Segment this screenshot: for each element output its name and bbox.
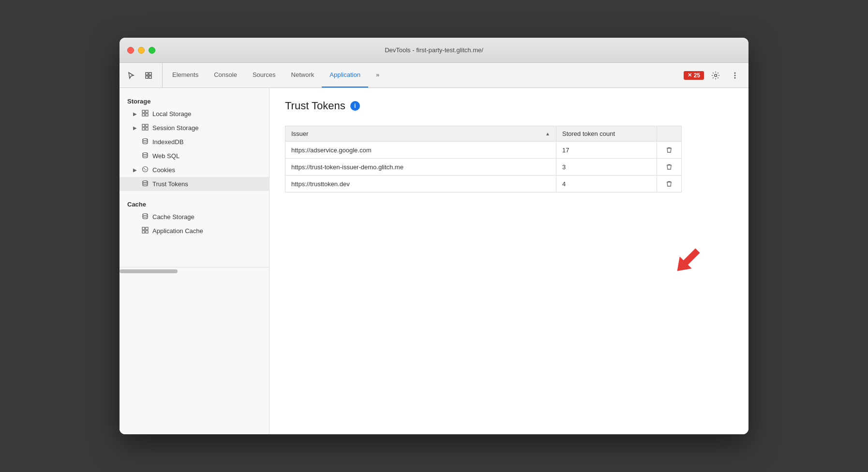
svg-rect-0 [146, 73, 148, 75]
cache-storage-label: Cache Storage [152, 213, 195, 221]
db-icon [142, 138, 149, 146]
col-issuer[interactable]: Issuer ▲ [285, 126, 556, 142]
divider [120, 191, 269, 197]
svg-point-20 [146, 169, 147, 170]
traffic-lights [127, 47, 155, 54]
session-storage-label: Session Storage [152, 124, 198, 132]
table-row: https://adservice.google.com 17 [285, 142, 682, 159]
info-icon[interactable]: i [350, 101, 360, 111]
sort-arrow-icon: ▲ [545, 131, 550, 136]
tabs-right: ✕ 25 [684, 63, 748, 88]
tab-network[interactable]: Network [284, 63, 322, 88]
svg-point-21 [144, 170, 145, 170]
trust-tokens-table: Issuer ▲ Stored token count [285, 126, 682, 192]
grid-icon [142, 124, 149, 132]
delete-cell [657, 176, 682, 192]
svg-point-16 [143, 139, 148, 141]
error-badge[interactable]: ✕ 25 [684, 71, 704, 80]
sidebar-item-local-storage[interactable]: ▶ Local Storage [120, 107, 269, 121]
cookie-icon [142, 166, 149, 174]
svg-rect-1 [149, 73, 151, 75]
delete-button[interactable] [663, 179, 675, 188]
svg-rect-25 [146, 227, 148, 230]
svg-point-4 [715, 74, 717, 76]
svg-rect-13 [146, 124, 148, 127]
svg-rect-11 [146, 114, 148, 116]
tabs-bar: Elements Console Sources Network Applica… [120, 63, 748, 88]
red-arrow-annotation [670, 242, 704, 276]
more-options-icon[interactable] [727, 68, 743, 83]
title-bar: DevTools - first-party-test.glitch.me/ [120, 38, 748, 63]
svg-point-19 [144, 168, 145, 169]
col-token-count[interactable]: Stored token count [556, 126, 657, 142]
tab-more[interactable]: » [368, 63, 387, 88]
db-icon [142, 180, 149, 188]
window-title: DevTools - first-party-test.glitch.me/ [385, 46, 483, 54]
count-cell: 4 [556, 176, 657, 192]
svg-point-23 [143, 214, 148, 216]
minimize-button[interactable] [138, 47, 145, 54]
svg-rect-26 [142, 231, 145, 233]
svg-point-6 [734, 74, 736, 76]
tab-application[interactable]: Application [322, 63, 368, 88]
sidebar: Storage ▶ Local Storage ▶ Session Storag… [120, 88, 269, 434]
svg-rect-24 [142, 227, 145, 230]
arrow-icon: ▶ [133, 125, 138, 131]
svg-rect-3 [149, 76, 151, 78]
issuer-cell: https://trust-token-issuer-demo.glitch.m… [285, 159, 556, 176]
svg-rect-8 [142, 110, 145, 113]
cursor-icon[interactable] [123, 68, 139, 83]
tab-elements[interactable]: Elements [165, 63, 206, 88]
sidebar-item-application-cache[interactable]: Application Cache [120, 224, 269, 238]
table-container: Issuer ▲ Stored token count [285, 126, 733, 192]
svg-rect-9 [146, 110, 148, 113]
sidebar-item-websql[interactable]: Web SQL [120, 149, 269, 163]
sidebar-item-cookies[interactable]: ▶ Cookies [120, 163, 269, 177]
count-cell: 17 [556, 142, 657, 159]
svg-rect-15 [146, 128, 148, 130]
db-icon [142, 152, 149, 160]
sidebar-item-session-storage[interactable]: ▶ Session Storage [120, 121, 269, 135]
svg-rect-2 [146, 76, 148, 78]
tab-sources[interactable]: Sources [245, 63, 284, 88]
sidebar-item-cache-storage[interactable]: Cache Storage [120, 210, 269, 224]
svg-marker-28 [671, 245, 703, 277]
delete-cell [657, 159, 682, 176]
maximize-button[interactable] [149, 47, 155, 54]
delete-cell [657, 142, 682, 159]
svg-point-5 [734, 72, 736, 74]
local-storage-label: Local Storage [152, 110, 191, 118]
sidebar-item-trust-tokens[interactable]: Trust Tokens [120, 177, 269, 191]
svg-point-22 [143, 181, 148, 183]
grid-icon [142, 110, 149, 118]
grid-icon [142, 227, 149, 235]
svg-point-18 [143, 167, 148, 172]
cache-section-title: Cache [120, 197, 269, 210]
websql-label: Web SQL [152, 152, 180, 160]
issuer-cell: https://trusttoken.dev [285, 176, 556, 192]
trust-tokens-label: Trust Tokens [152, 180, 188, 188]
inspect-icon[interactable] [141, 68, 156, 83]
db-icon [142, 213, 149, 221]
delete-button[interactable] [663, 162, 675, 171]
page-title: Trust Tokens [285, 100, 345, 112]
sidebar-item-indexeddb[interactable]: IndexedDB [120, 135, 269, 149]
count-cell: 3 [556, 159, 657, 176]
svg-rect-27 [146, 231, 148, 233]
svg-point-17 [143, 153, 148, 155]
col-actions [657, 126, 682, 142]
devtools: Elements Console Sources Network Applica… [120, 63, 748, 434]
table-row: https://trust-token-issuer-demo.glitch.m… [285, 159, 682, 176]
sidebar-scrollbar[interactable] [120, 267, 269, 275]
svg-rect-14 [142, 128, 145, 130]
settings-icon[interactable] [708, 68, 723, 83]
tab-console[interactable]: Console [206, 63, 245, 88]
close-button[interactable] [127, 47, 134, 54]
delete-button[interactable] [663, 146, 675, 154]
application-cache-label: Application Cache [152, 227, 203, 235]
table-row: https://trusttoken.dev 4 [285, 176, 682, 192]
page-header: Trust Tokens i [285, 100, 733, 112]
browser-window: DevTools - first-party-test.glitch.me/ E… [120, 38, 748, 434]
svg-point-7 [734, 77, 736, 78]
content-area: Trust Tokens i Issuer ▲ [269, 88, 748, 434]
